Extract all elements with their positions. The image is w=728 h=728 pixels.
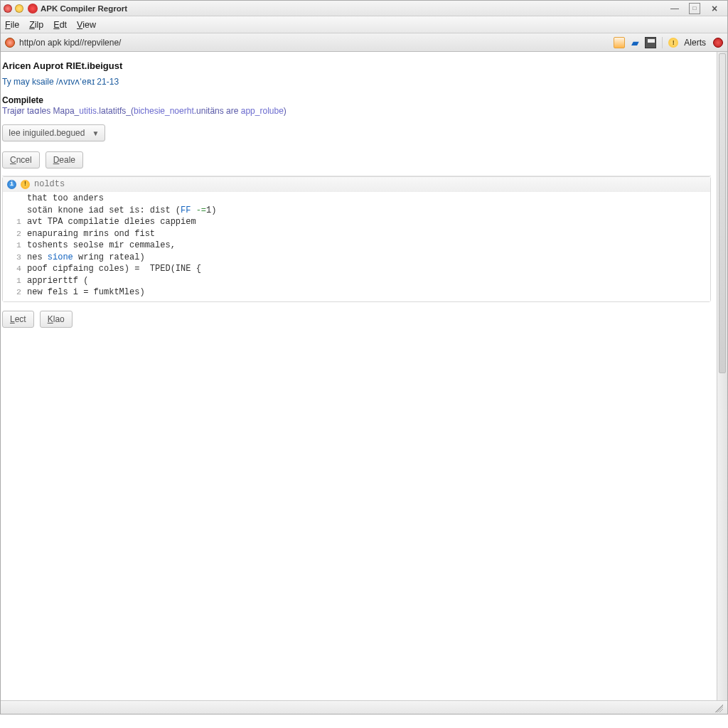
config-dropdown[interactable]: Iee iniguiled.begued ▼ <box>2 124 105 141</box>
menubar: File Zilp Edt View <box>1 16 727 33</box>
toolbar-separator <box>662 37 663 48</box>
nav-globe-icon[interactable] <box>5 38 15 48</box>
console-line: 4poof cipfaing coles) = TPED(INE { <box>3 263 710 275</box>
menu-file[interactable]: File <box>5 20 19 30</box>
close-window-icon[interactable] <box>4 4 12 13</box>
line-number: 4 <box>7 263 27 275</box>
code-text: apprierttf ( <box>27 275 88 287</box>
action-button-row-1: Cncel Deale <box>2 151 711 168</box>
code-text: sotän knone iad set is: dist (FF -=1) <box>27 205 216 217</box>
console-header-label: noldts <box>34 179 65 189</box>
resize-grip-icon[interactable] <box>713 702 723 712</box>
console-header: i ! noldts <box>3 177 710 192</box>
alerts-label[interactable]: Alerts <box>684 38 706 48</box>
code-text: new fels i = fumktMles) <box>27 287 145 299</box>
close-button[interactable]: × <box>709 3 720 14</box>
warning-icon: ! <box>21 180 30 189</box>
vertical-scrollbar[interactable] <box>717 52 727 700</box>
code-text: poof cipfaing coles) = TPED(INE { <box>27 263 201 275</box>
url-input[interactable]: http/on apk kipd//repvilene/ <box>19 38 614 48</box>
maximize-button[interactable]: □ <box>689 3 700 14</box>
page-body: Aricen Auprot RlEt.ibeigust Ty may ksail… <box>1 52 717 356</box>
code-text: enapuraing mrins ond fist <box>27 228 155 240</box>
statusbar <box>1 700 727 714</box>
code-text: that too anders <box>27 193 104 205</box>
info-icon: i <box>7 180 16 189</box>
console-line: sotän knone iad set is: dist (FF -=1) <box>3 205 710 217</box>
line-number: 2 <box>7 287 27 299</box>
content-area: Aricen Auprot RlEt.ibeigust Ty may ksail… <box>1 52 727 700</box>
image-tool-icon[interactable] <box>614 37 625 48</box>
app-window: APK Compiler Regrort — □ × File Zilp Edt… <box>0 0 728 714</box>
sub-info: Ty may ksaile /ʌvɪvʌˈeʀɪ 21-13 <box>2 77 711 87</box>
alert-icon[interactable]: ! <box>668 38 678 48</box>
chevron-down-icon: ▼ <box>92 129 99 137</box>
line-number: 1 <box>7 216 27 228</box>
menu-edit[interactable]: Edt <box>53 20 67 30</box>
lect-button[interactable]: Lect <box>2 311 34 328</box>
console-line: 1apprierttf ( <box>3 275 710 287</box>
bookmark-tag-icon[interactable]: ▰ <box>629 37 641 48</box>
compile-call-line: Trajør taɑles Mapa_utitis.latatitfs_(bic… <box>2 106 711 116</box>
scrollbar-thumb[interactable] <box>719 53 726 373</box>
console-body: that too anderssotän knone iad set is: d… <box>3 192 710 301</box>
dropdown-label: Iee iniguiled.begued <box>9 128 85 138</box>
code-text: toshents seolse mir cemmales, <box>27 240 176 252</box>
console-line: that too anders <box>3 193 710 205</box>
window-title: APK Compiler Regrort <box>41 4 127 13</box>
console-line: 1toshents seolse mir cemmales, <box>3 240 710 252</box>
console-line: 3nes sione wring rateal) <box>3 252 710 264</box>
save-icon[interactable] <box>645 37 656 48</box>
cancel-button[interactable]: Cncel <box>2 151 40 168</box>
output-console: i ! noldts that too anderssotän knone ia… <box>2 176 711 302</box>
console-line: 2enapuraing mrins ond fist <box>3 228 710 240</box>
code-text: avt TPA compilatie dleies cappiem <box>27 216 196 228</box>
section-header: Compilete <box>2 95 711 105</box>
action-button-row-2: Lect Klao <box>2 311 711 328</box>
line-number: 1 <box>7 240 27 252</box>
code-text: nes sione wring rateal) <box>27 252 145 264</box>
line-number: 1 <box>7 275 27 287</box>
window-controls-left <box>4 4 23 13</box>
page-title: Aricen Auprot RlEt.ibeigust <box>2 60 711 71</box>
titlebar: APK Compiler Regrort — □ × <box>1 1 727 16</box>
addressbar: http/on apk kipd//repvilene/ ▰ ! Alerts <box>1 33 727 52</box>
minimize-window-icon[interactable] <box>15 4 23 13</box>
klao-button[interactable]: Klao <box>40 311 73 328</box>
line-number: 3 <box>7 252 27 264</box>
window-controls-right: — □ × <box>669 3 724 14</box>
deale-button[interactable]: Deale <box>46 151 83 168</box>
console-line: 1avt TPA compilatie dleies cappiem <box>3 216 710 228</box>
minimize-button[interactable]: — <box>669 3 680 14</box>
menu-view[interactable]: View <box>77 20 96 30</box>
stop-icon[interactable] <box>713 38 723 48</box>
toolbar-right: ▰ ! Alerts <box>614 37 723 48</box>
content-scroll[interactable]: Aricen Auprot RlEt.ibeigust Ty may ksail… <box>1 52 717 700</box>
menu-zilp[interactable]: Zilp <box>29 20 43 30</box>
line-number: 2 <box>7 228 27 240</box>
console-line: 2new fels i = fumktMles) <box>3 287 710 299</box>
app-icon <box>28 4 38 14</box>
